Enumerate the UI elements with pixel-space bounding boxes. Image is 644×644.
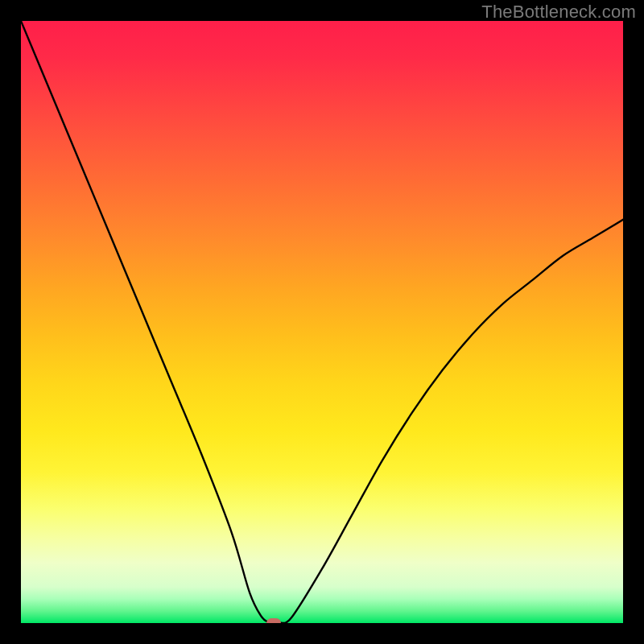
- watermark-text: TheBottleneck.com: [481, 2, 636, 23]
- optimum-marker: [266, 618, 281, 623]
- chart-frame: TheBottleneck.com: [0, 0, 644, 644]
- plot-area: [21, 21, 623, 623]
- bottleneck-curve: [21, 21, 623, 623]
